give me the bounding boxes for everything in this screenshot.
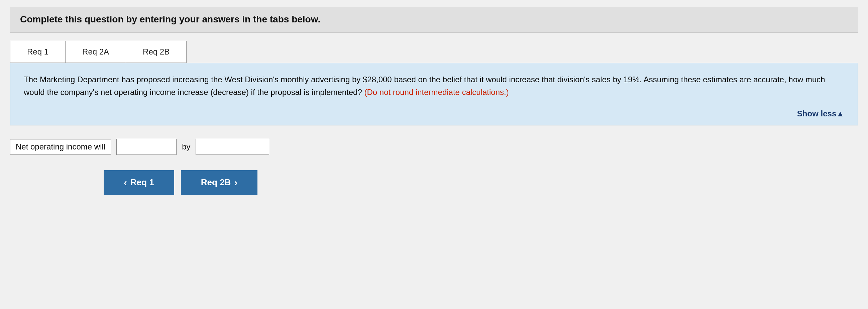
content-box: The Marketing Department has proposed in… bbox=[10, 63, 858, 125]
next-button[interactable]: Req 2B bbox=[181, 170, 258, 195]
answer-row: Net operating income will by bbox=[10, 135, 858, 158]
chevron-right-icon bbox=[234, 177, 238, 188]
prev-button-label: Req 1 bbox=[130, 177, 154, 188]
answer-input-direction[interactable] bbox=[116, 139, 177, 155]
show-less-row: Show less▲ bbox=[24, 106, 844, 118]
tab-req1[interactable]: Req 1 bbox=[10, 41, 65, 63]
tab-req2a[interactable]: Req 2A bbox=[65, 41, 126, 63]
chevron-left-icon bbox=[124, 177, 127, 188]
by-label: by bbox=[182, 142, 190, 152]
nav-buttons-row: Req 1 Req 2B bbox=[104, 170, 858, 195]
page-container: Complete this question by entering your … bbox=[0, 0, 868, 309]
answer-label: Net operating income will bbox=[10, 139, 111, 154]
show-less-button[interactable]: Show less▲ bbox=[797, 109, 844, 118]
next-button-label: Req 2B bbox=[201, 177, 231, 188]
red-note: (Do not round intermediate calculations.… bbox=[364, 88, 508, 97]
tabs-container: Req 1 Req 2A Req 2B bbox=[10, 41, 187, 63]
tab-req2b[interactable]: Req 2B bbox=[126, 41, 186, 63]
instruction-header: Complete this question by entering your … bbox=[10, 7, 858, 33]
answer-input-amount[interactable] bbox=[195, 139, 269, 155]
content-text: The Marketing Department has proposed in… bbox=[24, 73, 844, 99]
instruction-text: Complete this question by entering your … bbox=[20, 14, 320, 24]
prev-button[interactable]: Req 1 bbox=[104, 170, 174, 195]
